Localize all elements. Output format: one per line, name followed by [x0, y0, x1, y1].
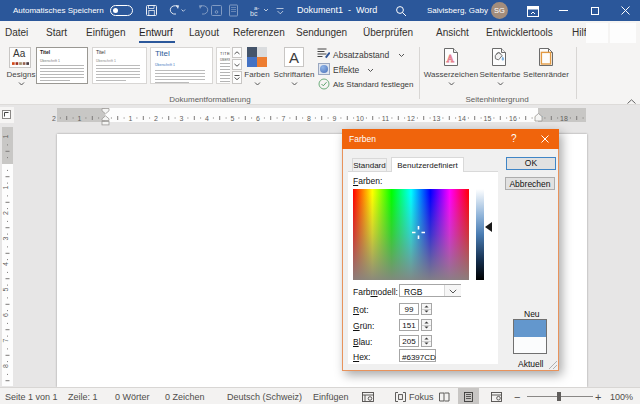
svg-text:14: 14: [458, 115, 466, 122]
svg-text:8: 8: [307, 115, 311, 122]
svg-text:15: 15: [484, 115, 492, 122]
svg-text:3: 3: [180, 115, 184, 122]
svg-text:6: 6: [256, 115, 260, 122]
svg-text:2: 2: [52, 115, 56, 122]
svg-text:5: 5: [2, 287, 9, 291]
svg-text:bc: bc: [250, 10, 258, 17]
svg-text:1: 1: [2, 185, 9, 189]
svg-text:2: 2: [2, 211, 9, 215]
svg-text:13: 13: [433, 115, 441, 122]
svg-text:8: 8: [2, 364, 9, 368]
svg-text:5: 5: [231, 115, 235, 122]
svg-text:6: 6: [2, 313, 9, 317]
svg-text:16: 16: [509, 115, 517, 122]
svg-text:11: 11: [382, 115, 389, 122]
svg-text:7: 7: [2, 338, 9, 342]
svg-text:1: 1: [129, 115, 133, 122]
svg-text:12: 12: [407, 115, 415, 122]
svg-text:A: A: [447, 53, 455, 64]
svg-text:10: 10: [356, 115, 364, 122]
svg-text:4: 4: [2, 262, 9, 266]
svg-text:18: 18: [560, 115, 568, 122]
svg-text:4: 4: [205, 115, 209, 122]
svg-text:1: 1: [78, 115, 82, 122]
svg-text:1: 1: [2, 134, 9, 138]
svg-text:7: 7: [282, 115, 286, 122]
svg-text:2: 2: [154, 115, 158, 122]
svg-text:3: 3: [2, 236, 9, 240]
svg-text:9: 9: [333, 115, 337, 122]
